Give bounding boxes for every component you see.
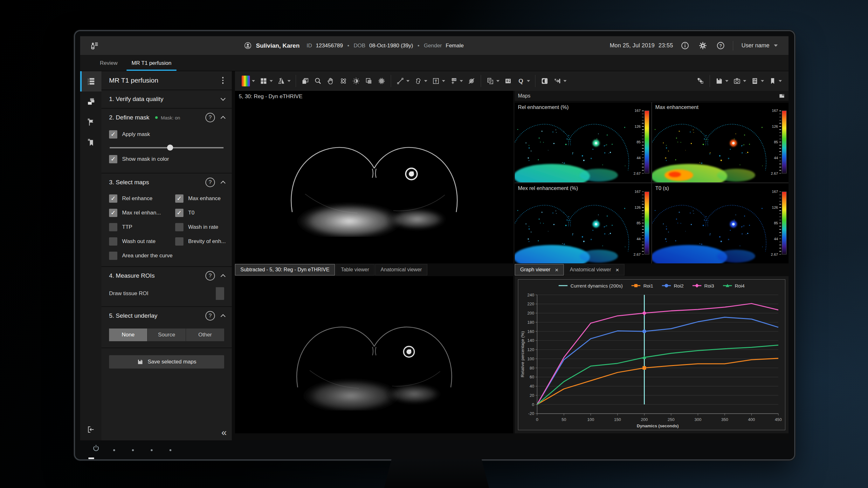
checkbox-box[interactable] <box>175 223 183 231</box>
series-stack-button[interactable] <box>694 73 707 89</box>
info-button[interactable] <box>679 40 691 52</box>
close-icon[interactable]: × <box>555 267 558 273</box>
zoom-button[interactable] <box>312 73 324 89</box>
colormap-button[interactable] <box>240 73 257 89</box>
pixel-probe-button[interactable]: 123 <box>447 73 465 89</box>
window-level-button[interactable] <box>350 73 363 89</box>
chevron-down-icon[interactable] <box>563 80 566 82</box>
export-button[interactable] <box>551 73 569 89</box>
app-tab-review[interactable]: Review <box>93 55 125 71</box>
close-icon[interactable]: × <box>616 267 619 273</box>
checkbox-box[interactable]: ✓ <box>109 130 117 138</box>
checkbox-box[interactable]: ✓ <box>109 209 117 217</box>
checkbox-max-rel-enhan-[interactable]: ✓ Max rel enhan... <box>109 209 173 217</box>
checkbox-area-under-the-curve[interactable]: Area under the curve <box>109 252 173 260</box>
chevron-down-icon[interactable] <box>496 80 499 82</box>
checkbox-ttp[interactable]: TTP <box>109 223 173 231</box>
graph-box[interactable]: Current dynamics (200s) Roi1 Roi2 Roi3 R… <box>518 279 785 430</box>
checkbox-box[interactable]: ✓ <box>175 194 183 203</box>
ruler-button[interactable] <box>394 73 412 89</box>
bookmark-button[interactable] <box>766 73 784 89</box>
chart-svg[interactable]: -200204060801001201401601802002202400501… <box>519 292 784 429</box>
slider-thumb[interactable] <box>167 144 173 151</box>
help-button[interactable]: ? <box>715 40 726 52</box>
checkbox-box[interactable]: ✓ <box>175 209 183 217</box>
rail-item-series-layout[interactable] <box>80 92 101 112</box>
collapse-panel-button[interactable]: « <box>221 428 227 437</box>
checkbox-box[interactable] <box>109 237 117 246</box>
exit-application-button[interactable] <box>80 421 101 438</box>
checkbox-brevity-of-enh-[interactable]: Brevity of enh... <box>175 237 226 246</box>
copy-viewport-button[interactable] <box>484 73 502 89</box>
section-header-verify[interactable]: 1. Verify data quality <box>101 90 232 108</box>
help-icon[interactable]: ? <box>206 177 215 187</box>
kebab-menu-icon[interactable] <box>220 75 226 86</box>
help-icon[interactable]: ? <box>206 311 215 321</box>
lasso-button[interactable] <box>412 73 430 89</box>
layout-icon[interactable] <box>778 93 785 99</box>
section-header-select-maps[interactable]: 3. Select maps ? <box>101 173 232 191</box>
chevron-down-icon[interactable] <box>252 80 255 82</box>
viewer-tab-anatomical-viewer[interactable]: Anatomical viewer × <box>564 264 624 275</box>
main-image-viewport[interactable]: 5, 30: Reg - Dyn eTHRIVE <box>235 91 513 263</box>
checkbox-box[interactable] <box>109 223 117 231</box>
checkbox-t0[interactable]: ✓ T0 <box>175 209 226 217</box>
save-button[interactable] <box>713 73 731 89</box>
user-menu[interactable]: User name <box>740 42 780 49</box>
checkbox-box[interactable] <box>109 252 117 260</box>
map-tile-mex[interactable]: Mex rel enhancement (%) 16712685442.67 <box>515 183 651 263</box>
stack-button[interactable] <box>299 73 312 89</box>
draw-roi-split-button[interactable] <box>216 287 224 300</box>
save-selected-maps-button[interactable]: Save selected maps <box>109 355 224 368</box>
map-tile-rel[interactable]: Rel enhancement (%) 16712685442.67 <box>515 102 651 182</box>
slider-track[interactable] <box>110 147 223 149</box>
mask-threshold-slider[interactable] <box>110 144 223 151</box>
checkbox-box[interactable]: ✓ <box>109 155 117 163</box>
rotate-3d-button[interactable] <box>337 73 350 89</box>
report-button[interactable] <box>748 73 766 89</box>
pan-button[interactable] <box>324 73 337 89</box>
rail-item-bookmark-nav[interactable] <box>80 132 101 153</box>
chevron-down-icon[interactable] <box>460 80 463 82</box>
checkbox-apply-mask[interactable]: ✓ Apply mask <box>109 130 224 138</box>
viewer-tab-anatomical-viewer[interactable]: Anatomical viewer <box>375 264 427 275</box>
viewer-tab-graph-viewer[interactable]: Graph viewer × <box>515 264 564 275</box>
chevron-down-icon[interactable] <box>424 80 427 82</box>
chevron-down-icon[interactable] <box>270 80 273 82</box>
help-icon[interactable]: ? <box>206 113 215 122</box>
layout-grid-button[interactable] <box>257 73 275 89</box>
checkbox-box[interactable]: ✓ <box>109 194 117 203</box>
chevron-down-icon[interactable] <box>761 80 764 82</box>
subtracted-image-viewport[interactable] <box>235 276 513 433</box>
chevron-down-icon[interactable] <box>725 80 728 82</box>
checkbox-wash-out-rate[interactable]: Wash out rate <box>109 237 173 246</box>
chevron-down-icon[interactable] <box>779 80 782 82</box>
chevron-down-icon[interactable] <box>406 80 409 82</box>
checkbox-show-mask-in-color[interactable]: ✓ Show mask in color <box>109 155 224 163</box>
checkbox-rel-enhance[interactable]: ✓ Rel enhance <box>109 194 173 203</box>
help-icon[interactable]: ? <box>206 271 215 281</box>
app-tab-mr-t1-perfusion[interactable]: MR T1 perfusion <box>125 55 178 71</box>
flip-button[interactable] <box>275 73 293 89</box>
checkbox-box[interactable] <box>175 237 183 246</box>
shutter-button[interactable] <box>375 73 388 89</box>
roi-dropdown[interactable] <box>216 287 224 300</box>
settings-button[interactable] <box>697 40 709 52</box>
rail-item-flag[interactable] <box>80 112 101 132</box>
hide-annotations-button[interactable] <box>465 73 478 89</box>
section-header-select-underlay[interactable]: 5. Select underlay ? <box>101 307 232 325</box>
map-tile-max[interactable]: Max enhancement 16712685442.67 <box>652 102 788 182</box>
viewer-tab-table-viewer[interactable]: Table viewer <box>335 264 375 275</box>
underlay-option-source[interactable]: Source <box>148 328 186 341</box>
chevron-down-icon[interactable] <box>743 80 746 82</box>
underlay-option-none[interactable]: None <box>109 328 148 341</box>
section-header-define-mask[interactable]: 2. Define mask Mask: on ? <box>101 109 232 126</box>
perfusion-chart[interactable]: -200204060801001201401601802002202400501… <box>519 292 784 429</box>
map-tile-t0[interactable]: T0 (s) 16712685442.67 <box>652 183 788 263</box>
chevron-down-icon[interactable] <box>527 80 530 82</box>
section-header-measure-rois[interactable]: 4. Measure ROIs ? <box>101 267 232 285</box>
quantify-button[interactable]: Q <box>515 73 532 89</box>
invert-button[interactable] <box>538 73 551 89</box>
viewer-tab-subtracted-5-30-reg-dyn-ethrive[interactable]: Subtracted - 5, 30: Reg - Dyn eTHRIVE <box>235 264 335 275</box>
annotation-info-button[interactable] <box>502 73 515 89</box>
